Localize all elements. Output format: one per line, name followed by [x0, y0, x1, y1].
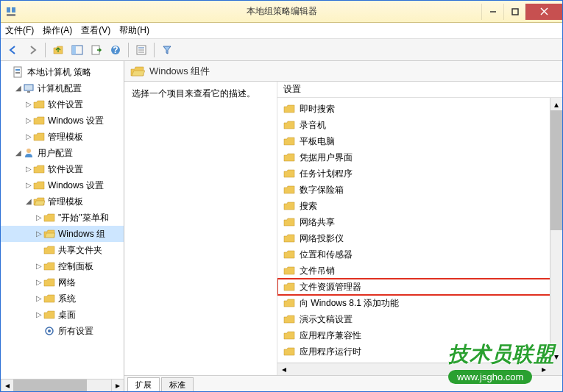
tree-system[interactable]: ▷ 系统	[1, 291, 124, 307]
details-panel: Windows 组件 选择一个项目来查看它的描述。 设置 即时搜索录音机平板电脑…	[124, 61, 562, 391]
scroll-left-icon[interactable]: ◂	[1, 379, 13, 391]
list-item[interactable]: 应用程序运行时	[277, 343, 562, 360]
view-tabs: 扩展 标准	[124, 375, 562, 391]
list-item[interactable]: 文件吊销	[277, 263, 562, 279]
expand-icon[interactable]: ▷	[24, 179, 33, 192]
tree-user-config[interactable]: ◢ 用户配置	[1, 145, 124, 161]
collapse-icon[interactable]: ◢	[14, 146, 23, 160]
list-item-label: 录音机	[300, 118, 326, 132]
scroll-left-icon[interactable]: ◂	[277, 363, 290, 375]
expand-icon[interactable]: ▷	[35, 292, 43, 305]
list-item[interactable]: 任务计划程序	[277, 165, 562, 182]
tree-label: 计算机配置	[38, 82, 82, 95]
expand-icon[interactable]: ▷	[24, 163, 33, 176]
expand-icon[interactable]: ▷	[35, 227, 43, 240]
menu-action[interactable]: 操作(A)	[43, 24, 72, 37]
filter-button[interactable]	[159, 42, 175, 58]
horizontal-scrollbar[interactable]: ◂ ▸	[1, 379, 124, 391]
list-item[interactable]: 应用程序兼容性	[277, 327, 562, 343]
maximize-button[interactable]	[503, 4, 525, 20]
tree-root[interactable]: 本地计算机 策略	[1, 64, 124, 80]
tree-computer-config[interactable]: ◢ 计算机配置	[1, 80, 124, 96]
list-item[interactable]: 数字保险箱	[277, 182, 562, 198]
vertical-scrollbar[interactable]: ▴ ▾	[550, 98, 562, 363]
up-button[interactable]	[50, 42, 66, 58]
tree-label: Windows 设置	[48, 179, 104, 192]
collapse-icon[interactable]: ◢	[14, 82, 23, 95]
list-item[interactable]: 平板电脑	[277, 133, 562, 149]
menu-view[interactable]: 查看(V)	[81, 24, 110, 37]
tree-label: 管理模板	[48, 130, 83, 143]
tree-shared-folders[interactable]: 共享文件夹	[1, 242, 124, 258]
menu-file[interactable]: 文件(F)	[5, 24, 34, 37]
tree-uc-templates[interactable]: ◢ 管理模板	[1, 193, 124, 210]
list-item[interactable]: 位置和传感器	[277, 246, 562, 263]
settings-icon	[43, 325, 55, 337]
scroll-up-icon[interactable]: ▴	[550, 98, 562, 110]
collapse-icon[interactable]: ◢	[24, 195, 33, 208]
svg-rect-4	[512, 9, 518, 15]
expand-icon[interactable]: ▷	[24, 98, 33, 111]
svg-rect-19	[24, 85, 33, 90]
tree-cc-software[interactable]: ▷ 软件设置	[1, 96, 124, 113]
expand-icon[interactable]: ▷	[35, 211, 43, 224]
scroll-down-icon[interactable]: ▾	[550, 350, 562, 363]
scrollbar-thumb[interactable]	[550, 110, 562, 230]
folder-icon	[33, 115, 45, 126]
list-item-label: 位置和传感器	[300, 248, 353, 261]
list-item[interactable]: 演示文稿设置	[277, 311, 562, 327]
folder-icon	[43, 212, 55, 224]
list-column-header[interactable]: 设置	[277, 82, 562, 98]
tree-all-settings[interactable]: 所有设置	[1, 323, 124, 339]
list-item[interactable]: 文件资源管理器	[277, 279, 562, 295]
tree-network[interactable]: ▷ 网络	[1, 274, 124, 291]
tree-start-menu[interactable]: ▷ "开始"菜单和	[1, 210, 124, 226]
help-button[interactable]: ?	[107, 42, 124, 58]
list-item[interactable]: 网络共享	[277, 214, 562, 230]
tree-desktop[interactable]: ▷ 桌面	[1, 307, 124, 323]
scroll-right-icon[interactable]: ▸	[111, 379, 124, 391]
horizontal-scrollbar[interactable]: ◂ ▸	[277, 363, 550, 375]
list-item[interactable]: 凭据用户界面	[277, 149, 562, 165]
list-item[interactable]: 网络投影仪	[277, 230, 562, 246]
tab-standard[interactable]: 标准	[161, 377, 194, 392]
tree-label: 本地计算机 策略	[27, 65, 91, 79]
expand-icon[interactable]: ▷	[24, 114, 33, 127]
folder-icon	[283, 330, 295, 341]
show-hide-tree-button[interactable]	[69, 42, 85, 58]
properties-button[interactable]	[133, 42, 149, 58]
tree-cc-templates[interactable]: ▷ 管理模板	[1, 129, 124, 145]
list-item[interactable]: 搜索	[277, 198, 562, 214]
tree-uc-windows[interactable]: ▷ Windows 设置	[1, 177, 124, 193]
tree-windows-components[interactable]: ▷ Windows 组	[1, 226, 124, 242]
expand-icon[interactable]: ▷	[35, 308, 43, 321]
list-item[interactable]: 录音机	[277, 117, 562, 133]
expand-icon[interactable]: ▷	[35, 260, 43, 273]
tree-uc-software[interactable]: ▷ 软件设置	[1, 161, 124, 177]
navigation-tree[interactable]: 本地计算机 策略 ◢ 计算机配置 ▷ 软件设置 ▷ Windows 设置 ▷ 管…	[1, 61, 124, 379]
settings-list[interactable]: 即时搜索录音机平板电脑凭据用户界面任务计划程序数字保险箱搜索网络共享网络投影仪位…	[277, 98, 562, 363]
minimize-button[interactable]	[481, 4, 503, 20]
list-item[interactable]: 向 Windows 8.1 添加功能	[277, 295, 562, 311]
tree-control-panel[interactable]: ▷ 控制面板	[1, 258, 124, 274]
description-column: 选择一个项目来查看它的描述。	[124, 82, 277, 375]
folder-icon	[283, 282, 295, 292]
expand-icon[interactable]: ▷	[24, 130, 33, 143]
expand-icon[interactable]: ▷	[35, 276, 43, 289]
list-item[interactable]: 即时搜索	[277, 101, 562, 117]
menu-help[interactable]: 帮助(H)	[119, 24, 149, 37]
close-button[interactable]	[525, 4, 562, 20]
list-item-label: 向 Windows 8.1 添加功能	[300, 296, 399, 310]
folder-icon	[283, 201, 295, 211]
export-button[interactable]	[88, 42, 105, 58]
tree-label: "开始"菜单和	[58, 211, 109, 224]
svg-rect-1	[12, 7, 15, 13]
scroll-right-icon[interactable]: ▸	[537, 363, 550, 375]
tree-cc-windows[interactable]: ▷ Windows 设置	[1, 113, 124, 129]
scrollbar-thumb[interactable]	[13, 379, 87, 391]
back-button[interactable]	[5, 42, 21, 58]
toolbar-separator	[45, 43, 46, 57]
folder-icon	[33, 131, 45, 143]
forward-button[interactable]	[24, 42, 40, 58]
tab-extended[interactable]: 扩展	[127, 377, 160, 392]
